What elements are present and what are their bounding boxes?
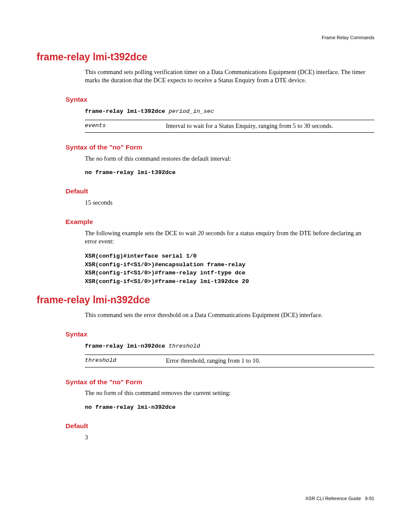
syntax-heading: Syntax [65,95,374,104]
param-desc: Error threshold, ranging from 1 to 10. [166,355,374,367]
param-key: events [85,120,166,133]
footer-page: 9-91 [365,496,374,501]
noform-cmd: no frame-relay lmi-t392dce [85,169,374,177]
footer-guide: XSR CLI Reference Guide [305,496,361,501]
param-table: events Interval to wait for a Status Enq… [85,120,374,133]
section-intro: This command sets the error threshold on… [85,311,374,320]
section-intro: This command sets polling verification t… [85,68,374,85]
param-table: threshold Error threshold, ranging from … [85,355,374,367]
syntax-arg: threshold [168,343,200,349]
param-desc: Interval to wait for a Status Enquiry, r… [166,120,374,133]
param-key: threshold [85,355,166,367]
noform-heading: Syntax of the "no" Form [65,378,374,387]
section-title: frame-relay lmi-t392dce [37,50,374,64]
default-value: 15 seconds [85,199,374,207]
default-heading: Default [65,187,374,196]
page-footer: XSR CLI Reference Guide 9-91 [305,495,374,502]
noform-heading: Syntax of the "no" Form [65,143,374,152]
section-title: frame-relay lmi-n392dce [37,293,374,307]
syntax-line: frame-relay lmi-t392dce period_in_sec [85,107,374,115]
default-value: 3 [85,433,374,442]
example-text: The following example sets the DCE to wa… [85,229,374,246]
header-right: Frame Relay Commands [37,34,374,41]
syntax-cmd: frame-relay lmi-t392dce [85,108,168,115]
noform-cmd: no frame-relay lmi-n392dce [85,404,374,411]
syntax-heading: Syntax [65,330,374,339]
example-heading: Example [65,218,374,227]
syntax-arg: period_in_sec [168,108,214,115]
noform-text: The no form of this command restores the… [85,155,374,163]
syntax-cmd: frame-relay lmi-n392dce [85,343,168,349]
default-heading: Default [65,422,374,431]
syntax-line: frame-relay lmi-n392dce threshold [85,342,374,350]
noform-text: The no form of this command removes the … [85,389,374,398]
example-code: XSR(config)#interface serial 1/0 XSR(con… [85,252,374,286]
